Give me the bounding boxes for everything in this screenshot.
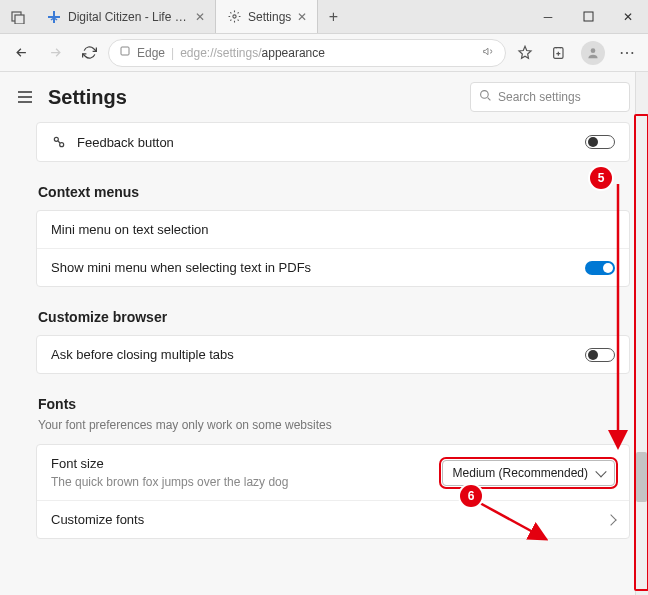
search-icon <box>479 89 492 105</box>
svg-rect-1 <box>15 15 24 24</box>
maximize-button[interactable] <box>568 0 608 33</box>
feedback-toggle[interactable] <box>585 135 615 149</box>
svg-rect-4 <box>121 47 129 55</box>
window-titlebar: Digital Citizen - Life in a digital w ✕ … <box>0 0 648 34</box>
site-info-icon[interactable] <box>119 45 131 60</box>
feedback-icon <box>51 134 67 150</box>
annotation-badge-6: 6 <box>460 485 482 507</box>
card-context-menus: Mini menu on text selection Show mini me… <box>36 210 630 287</box>
tab-settings[interactable]: Settings ✕ <box>216 0 318 33</box>
gear-icon <box>226 9 242 25</box>
close-icon[interactable]: ✕ <box>195 10 205 24</box>
row-label: Mini menu on text selection <box>51 222 209 237</box>
browser-toolbar: Edge | edge://settings/appearance ⋯ <box>0 34 648 72</box>
new-tab-button[interactable]: + <box>318 0 348 33</box>
card-feedback: Feedback button <box>36 122 630 162</box>
section-title-customize: Customize browser <box>38 309 630 325</box>
search-placeholder: Search settings <box>498 90 581 104</box>
section-title-fonts: Fonts <box>38 396 630 412</box>
section-title-context-menus: Context menus <box>38 184 630 200</box>
svg-point-2 <box>232 15 235 18</box>
row-label: Font size <box>51 456 104 471</box>
settings-page: Settings Search settings Feedback button <box>0 72 648 595</box>
close-window-button[interactable]: ✕ <box>608 0 648 33</box>
tab-actions-icon[interactable] <box>0 0 36 33</box>
tab-digital-citizen[interactable]: Digital Citizen - Life in a digital w ✕ <box>36 0 216 33</box>
row-font-size[interactable]: Font size The quick brown fox jumps over… <box>37 445 629 500</box>
section-subtitle-fonts: Your font preferences may only work on s… <box>38 418 630 432</box>
row-label: Customize fonts <box>51 512 144 527</box>
avatar-icon <box>581 41 605 65</box>
svg-point-8 <box>54 137 58 141</box>
font-sample-text: The quick brown fox jumps over the lazy … <box>51 475 288 489</box>
card-customize-browser: Ask before closing multiple tabs <box>36 335 630 374</box>
row-label: Ask before closing multiple tabs <box>51 347 234 362</box>
annotation-arrow-6 <box>474 498 554 548</box>
minimize-button[interactable]: ─ <box>528 0 568 33</box>
svg-line-11 <box>478 502 544 538</box>
scrollbar-thumb[interactable] <box>636 452 647 502</box>
collections-icon[interactable] <box>544 38 574 68</box>
svg-rect-3 <box>584 12 593 21</box>
row-label: Show mini menu when selecting text in PD… <box>51 260 311 275</box>
address-source-label: Edge <box>137 46 165 60</box>
favorites-icon[interactable] <box>510 38 540 68</box>
svg-point-9 <box>60 143 64 147</box>
refresh-button[interactable] <box>74 38 104 68</box>
settings-menu-button[interactable] <box>14 86 36 108</box>
tab-label: Settings <box>248 10 291 24</box>
font-size-dropdown[interactable]: Medium (Recommended) <box>442 460 615 486</box>
read-aloud-icon[interactable] <box>482 45 495 61</box>
row-mini-menu-text[interactable]: Mini menu on text selection <box>37 211 629 248</box>
tab-label: Digital Citizen - Life in a digital w <box>68 10 189 24</box>
svg-point-6 <box>591 48 596 53</box>
annotation-badge-5: 5 <box>590 167 612 189</box>
row-label: Feedback button <box>77 135 174 150</box>
address-bar[interactable]: Edge | edge://settings/appearance <box>108 39 506 67</box>
back-button[interactable] <box>6 38 36 68</box>
vertical-scrollbar[interactable] <box>635 72 648 595</box>
svg-point-7 <box>481 91 489 99</box>
page-title: Settings <box>48 86 127 109</box>
close-icon[interactable]: ✕ <box>297 10 307 24</box>
row-mini-menu-pdf[interactable]: Show mini menu when selecting text in PD… <box>37 248 629 286</box>
cross-icon <box>46 9 62 25</box>
address-url: edge://settings/appearance <box>180 46 325 60</box>
annotation-arrow-5 <box>608 182 628 452</box>
row-ask-before-closing[interactable]: Ask before closing multiple tabs <box>37 336 629 373</box>
forward-button[interactable] <box>40 38 70 68</box>
search-settings-input[interactable]: Search settings <box>470 82 630 112</box>
menu-button[interactable]: ⋯ <box>612 38 642 68</box>
chevron-right-icon <box>605 514 616 525</box>
profile-button[interactable] <box>578 38 608 68</box>
row-feedback-button[interactable]: Feedback button <box>37 123 629 161</box>
